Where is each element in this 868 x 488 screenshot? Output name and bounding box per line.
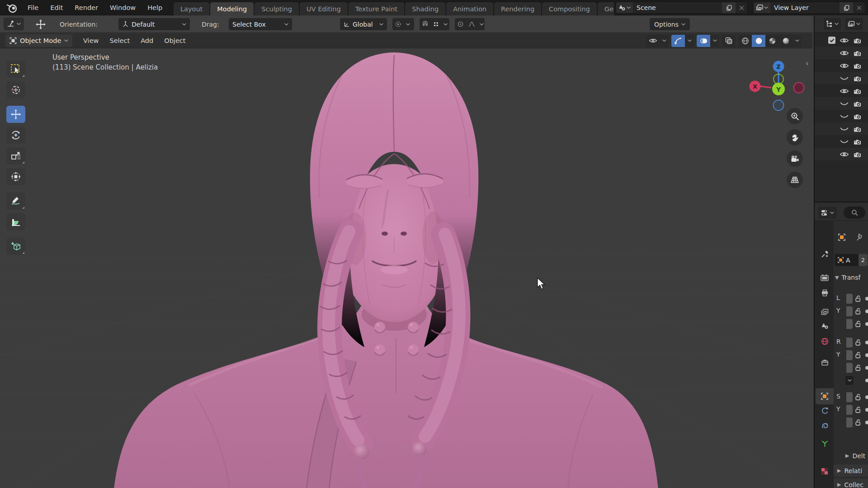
proportional-editing-icon[interactable]: [455, 18, 466, 30]
xray-toggle[interactable]: [722, 35, 736, 47]
tab-texture[interactable]: [816, 463, 834, 479]
scene-name-field[interactable]: Scene: [633, 4, 722, 11]
zoom-button[interactable]: [787, 108, 803, 124]
shading-wireframe-button[interactable]: [738, 35, 752, 47]
tab-render[interactable]: [816, 269, 834, 286]
tab-tool[interactable]: [816, 246, 834, 262]
unlock-icon[interactable]: [854, 338, 862, 346]
outliner-row[interactable]: [815, 135, 868, 148]
chevron-down-icon[interactable]: [793, 35, 802, 47]
value-slider-fragment[interactable]: [846, 306, 853, 316]
keyframe-decorator-dot[interactable]: [865, 366, 868, 370]
tab-collection[interactable]: [816, 354, 834, 371]
editor-type-dropdown[interactable]: [818, 206, 837, 219]
camera-view-button[interactable]: [787, 150, 803, 167]
outliner-row[interactable]: [815, 72, 868, 84]
camera-visibility-icon[interactable]: [853, 126, 862, 132]
workspace-tab[interactable]: Animation: [446, 2, 493, 15]
camera-visibility-icon[interactable]: [853, 50, 862, 56]
magnet-icon[interactable]: [420, 18, 431, 30]
viewport-canvas[interactable]: [0, 49, 812, 488]
chevron-down-icon[interactable]: [404, 18, 412, 30]
annotate-tool-button[interactable]: [6, 192, 25, 210]
value-slider-fragment[interactable]: [846, 363, 853, 373]
camera-visibility-icon[interactable]: [853, 113, 862, 120]
viewport-menu-item[interactable]: View: [78, 35, 104, 47]
camera-visibility-icon[interactable]: [853, 62, 862, 69]
camera-visibility-icon[interactable]: [853, 37, 862, 44]
collection-checkbox[interactable]: [828, 37, 835, 44]
eye-open-icon[interactable]: [840, 37, 849, 44]
tab-world[interactable]: [816, 333, 834, 349]
transform-orientation-dropdown[interactable]: Global: [340, 18, 387, 30]
view-layer-name-field[interactable]: View Layer: [770, 4, 840, 11]
add-cube-tool-button[interactable]: [6, 238, 25, 255]
workspace-tab[interactable]: Shading: [405, 2, 445, 15]
properties-search-field[interactable]: [844, 206, 865, 219]
eye-open-icon[interactable]: [840, 62, 849, 69]
viewport-menu-item[interactable]: Object: [159, 35, 191, 47]
chevron-down-icon[interactable]: [477, 18, 485, 30]
eye-closed-icon[interactable]: [840, 126, 849, 132]
toggle-orthographic-button[interactable]: [787, 172, 803, 188]
chevron-down-icon[interactable]: [660, 35, 669, 47]
options-dropdown[interactable]: Options: [650, 18, 690, 30]
value-slider-fragment[interactable]: [846, 294, 853, 304]
unlock-icon[interactable]: [854, 393, 862, 401]
keyframe-decorator-dot[interactable]: [865, 310, 868, 313]
keyframe-decorator-dot[interactable]: [865, 395, 868, 399]
menubar-item[interactable]: Render: [69, 2, 104, 14]
mode-dropdown[interactable]: Object Mode: [5, 34, 72, 47]
workspace-tab[interactable]: Texture Paint: [349, 2, 405, 15]
value-slider-fragment[interactable]: [846, 338, 853, 347]
drag-dropdown[interactable]: Select Box: [229, 18, 292, 30]
keyframe-decorator-dot[interactable]: [865, 341, 868, 344]
eye-open-icon[interactable]: [840, 88, 849, 94]
shading-material-button[interactable]: [765, 35, 779, 47]
workspace-tab[interactable]: Compositing: [542, 2, 597, 15]
menubar-item[interactable]: Window: [104, 2, 142, 14]
value-slider-fragment[interactable]: [846, 319, 853, 329]
eye-closed-icon[interactable]: [840, 75, 849, 82]
scale-tool-button[interactable]: [6, 147, 25, 164]
tab-constraints[interactable]: [816, 402, 834, 418]
camera-visibility-icon[interactable]: [853, 88, 862, 94]
workspace-tab[interactable]: Rendering: [494, 2, 541, 15]
panel-section-header[interactable]: ▶ Delt: [834, 450, 868, 462]
blender-logo-icon[interactable]: [6, 2, 18, 13]
panel-section-header[interactable]: ▶ Relati: [834, 465, 868, 477]
sidebar-collapse-arrow[interactable]: ‹: [806, 59, 809, 68]
value-slider-fragment[interactable]: [846, 418, 853, 427]
unlink-scene-button[interactable]: [736, 2, 747, 13]
rotation-mode-dropdown[interactable]: [845, 376, 854, 385]
camera-visibility-icon[interactable]: [853, 151, 862, 158]
keyframe-decorator-dot[interactable]: [865, 408, 868, 412]
value-slider-fragment[interactable]: [846, 405, 853, 415]
menubar-item[interactable]: Help: [142, 2, 168, 14]
pin-icon[interactable]: [856, 233, 863, 241]
outliner-display-mode-dropdown[interactable]: [824, 18, 841, 30]
orientation-dropdown[interactable]: Default: [118, 18, 190, 30]
remove-view-layer-button[interactable]: [853, 2, 865, 13]
unlock-icon[interactable]: [854, 406, 862, 413]
unlock-icon[interactable]: [854, 364, 862, 371]
chevron-down-icon[interactable]: [710, 35, 719, 47]
pivot-point-icon[interactable]: [392, 18, 404, 30]
chevron-down-icon[interactable]: [685, 35, 694, 47]
pan-hand-button[interactable]: [787, 129, 803, 145]
active-tool-settings-dropdown[interactable]: [4, 18, 24, 30]
move-tool-button[interactable]: [6, 106, 25, 123]
outliner-row[interactable]: [815, 59, 868, 72]
select-box-tool-button[interactable]: [6, 61, 25, 78]
keyframe-decorator-dot[interactable]: [865, 353, 868, 357]
tab-scene[interactable]: [816, 318, 834, 334]
measure-tool-button[interactable]: [6, 213, 25, 230]
outliner-row[interactable]: [815, 97, 868, 110]
new-scene-button[interactable]: [722, 2, 736, 13]
scene-browse-dropdown[interactable]: [616, 2, 633, 13]
chevron-down-icon[interactable]: [441, 18, 449, 30]
unlock-icon[interactable]: [854, 351, 862, 359]
panel-section-header[interactable]: ▶ Collec: [834, 479, 868, 488]
tab-output[interactable]: [816, 285, 834, 301]
eye-closed-icon[interactable]: [840, 100, 849, 107]
